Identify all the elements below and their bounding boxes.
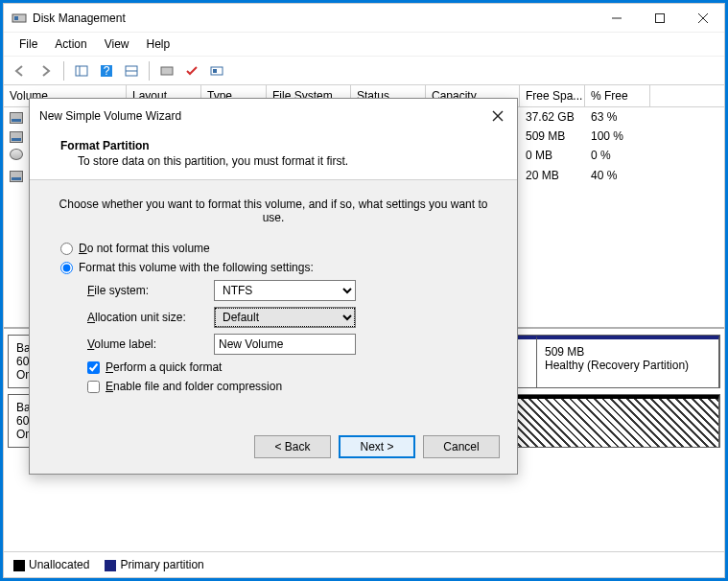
- toolbar-view-icon[interactable]: [70, 59, 93, 82]
- radio-format-volume-label: Format this volume with the following se…: [79, 261, 314, 274]
- svg-rect-12: [161, 67, 173, 75]
- volume-label-input[interactable]: [214, 334, 356, 355]
- menu-action[interactable]: Action: [47, 35, 94, 54]
- col-free[interactable]: Free Spa...: [520, 85, 585, 106]
- svg-rect-14: [213, 69, 217, 73]
- svg-rect-1: [14, 16, 18, 20]
- file-system-label: File system:: [87, 284, 214, 297]
- app-icon: [12, 11, 27, 26]
- svg-rect-6: [76, 66, 87, 76]
- partition-size: 509 MB: [545, 345, 711, 359]
- maximize-button[interactable]: [638, 4, 681, 32]
- minimize-button[interactable]: [595, 4, 638, 32]
- volume-icon: [10, 131, 23, 143]
- close-button[interactable]: [681, 4, 724, 32]
- cell-pct: 40 %: [585, 167, 650, 184]
- allocation-unit-label: Allocation unit size:: [87, 311, 214, 324]
- check-icon[interactable]: [180, 59, 203, 82]
- legend-primary: Primary partition: [105, 558, 203, 571]
- radio-do-not-format-input[interactable]: [60, 243, 73, 255]
- dialog-close-button[interactable]: [488, 106, 507, 126]
- dialog-subheading: To store data on this partition, you mus…: [60, 154, 498, 168]
- compression-checkbox[interactable]: [87, 381, 100, 393]
- dialog-header: Format Partition To store data on this p…: [30, 133, 517, 180]
- disk-management-window: Disk Management File Action View Help ? …: [3, 3, 725, 578]
- dialog-title: New Simple Volume Wizard: [39, 109, 488, 123]
- dialog-heading: Format Partition: [60, 139, 498, 152]
- file-system-select[interactable]: NTFS: [214, 280, 356, 301]
- legend: Unallocated Primary partition: [4, 551, 724, 577]
- dialog-titlebar: New Simple Volume Wizard: [30, 99, 517, 133]
- swatch-primary: [105, 560, 116, 571]
- partition-status: Healthy (Recovery Partition): [545, 359, 711, 372]
- disc-icon: [10, 149, 23, 160]
- allocation-unit-select[interactable]: Default: [214, 307, 356, 328]
- svg-rect-3: [655, 13, 664, 22]
- quick-format-label: Perform a quick format: [106, 360, 222, 374]
- new-simple-volume-wizard: New Simple Volume Wizard Format Partitio…: [29, 98, 518, 475]
- dialog-body: Choose whether you want to format this v…: [30, 180, 517, 426]
- format-settings: File system: NTFS Allocation unit size: …: [57, 280, 490, 393]
- compression-label: Enable file and folder compression: [106, 380, 282, 393]
- radio-do-not-format[interactable]: Do not format this volume: [60, 242, 486, 255]
- window-controls: [595, 4, 724, 32]
- legend-unallocated: Unallocated: [13, 558, 89, 571]
- cell-pct: 63 %: [585, 108, 650, 126]
- radio-format-volume-input[interactable]: [60, 262, 73, 274]
- volume-icon: [10, 171, 23, 182]
- titlebar: Disk Management: [4, 4, 724, 33]
- svg-text:?: ?: [104, 64, 110, 78]
- toolbar-details-icon[interactable]: [120, 59, 143, 82]
- dialog-buttons: < Back Next > Cancel: [30, 426, 517, 474]
- window-title: Disk Management: [33, 12, 595, 25]
- cell-free: 0 MB: [520, 147, 585, 165]
- help-icon[interactable]: ?: [95, 59, 118, 82]
- forward-icon[interactable]: [35, 59, 58, 82]
- dialog-intro: Choose whether you want to format this v…: [57, 198, 490, 224]
- cell-free: 20 MB: [520, 167, 585, 184]
- radio-format-volume[interactable]: Format this volume with the following se…: [60, 261, 486, 274]
- back-icon[interactable]: [10, 59, 33, 82]
- quick-format-row[interactable]: Perform a quick format: [87, 360, 490, 374]
- cell-pct: 100 %: [585, 128, 650, 145]
- col-pct[interactable]: % Free: [585, 85, 650, 106]
- toolbar: ?: [4, 57, 724, 85]
- volume-label-label: Volume label:: [87, 337, 214, 351]
- menu-file[interactable]: File: [12, 35, 45, 54]
- cell-free: 37.62 GB: [520, 108, 585, 126]
- menu-view[interactable]: View: [97, 35, 137, 54]
- menu-help[interactable]: Help: [139, 35, 178, 54]
- cell-pct: 0 %: [585, 147, 650, 165]
- swatch-unallocated: [13, 560, 25, 571]
- partition-recovery[interactable]: 509 MB Healthy (Recovery Partition): [537, 336, 719, 387]
- next-button[interactable]: Next >: [339, 435, 415, 458]
- menubar: File Action View Help: [4, 33, 724, 57]
- back-button[interactable]: < Back: [254, 435, 331, 458]
- compression-row[interactable]: Enable file and folder compression: [87, 380, 490, 393]
- volume-icon: [10, 112, 23, 124]
- cancel-button[interactable]: Cancel: [423, 435, 500, 458]
- toolbar-more-icon[interactable]: [205, 59, 228, 82]
- refresh-icon[interactable]: [155, 59, 178, 82]
- cell-free: 509 MB: [520, 128, 585, 145]
- quick-format-checkbox[interactable]: [87, 361, 100, 374]
- radio-do-not-format-label: Do not format this volume: [79, 242, 210, 255]
